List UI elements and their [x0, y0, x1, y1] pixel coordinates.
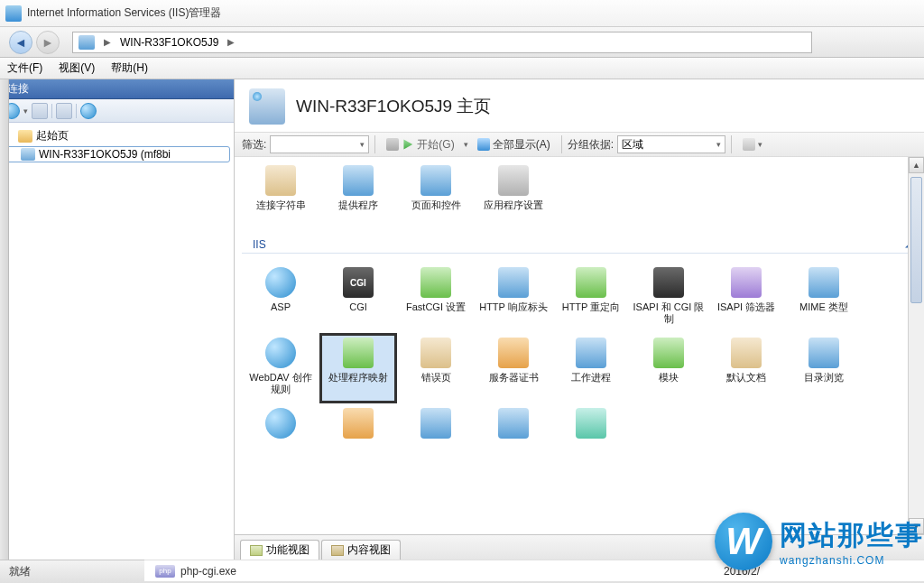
feature-webdav-authoring[interactable]: WebDAV 创作规则	[242, 333, 319, 403]
view-mode-button[interactable]: ▾	[737, 138, 768, 151]
feature-label: 模块	[657, 372, 680, 384]
asp-icon	[265, 267, 296, 298]
connections-panel: 连接 ▾ 起始页WIN-R33F1OKO5J9 (mf8bi	[0, 79, 235, 560]
feature-providers[interactable]: 提供程序	[319, 161, 397, 231]
save-icon[interactable]	[32, 103, 48, 119]
feature-asp[interactable]: ASP	[242, 263, 319, 333]
feature-label: 连接字符串	[254, 199, 308, 211]
pages-controls-icon	[420, 165, 451, 196]
menu-view[interactable]: 视图(V)	[59, 60, 95, 76]
menu-file[interactable]: 文件(F)	[7, 60, 42, 76]
content-view-icon	[331, 545, 344, 556]
nav-forward-button[interactable]: ►	[36, 31, 60, 54]
tab-content-view[interactable]: 内容视图	[321, 540, 401, 560]
nav-back-button[interactable]: ◄	[9, 31, 32, 54]
feature-label: ISAPI 筛选器	[716, 301, 777, 313]
group-by-label: 分组依据:	[568, 137, 614, 153]
feature-label: 错误页	[420, 372, 453, 384]
feature-label: 处理程序映射	[327, 372, 390, 384]
view-icon	[743, 138, 755, 151]
tree-item-server[interactable]: WIN-R33F1OKO5J9 (mf8bi	[4, 146, 230, 162]
up-level-icon[interactable]	[56, 103, 72, 119]
breadcrumb[interactable]: ▶ WIN-R33F1OKO5J9 ▶	[72, 32, 812, 53]
features-view-icon	[250, 545, 263, 556]
feature-label: CGI	[347, 301, 369, 313]
feature-label: 默认文档	[725, 372, 768, 384]
show-all-button[interactable]: 全部显示(A)	[472, 137, 556, 153]
feature-default-document[interactable]: 默认文档	[707, 333, 785, 403]
feature-app-settings[interactable]: 应用程序设置	[475, 161, 552, 231]
feature-directory-browsing[interactable]: 目录浏览	[785, 333, 863, 403]
providers-icon	[343, 165, 374, 196]
cgi-icon: CGI	[343, 267, 374, 298]
menu-bar: 文件(F) 视图(V) 帮助(H)	[0, 58, 924, 79]
feature-handler-mappings[interactable]: 处理程序映射	[319, 333, 397, 403]
tree-item-home[interactable]: 起始页	[0, 126, 234, 145]
feature-mime-types[interactable]: MIME 类型	[785, 263, 863, 333]
feature-extra-3-icon	[420, 408, 451, 439]
feature-label: ASP	[269, 301, 292, 313]
feature-feature-extra-5[interactable]	[552, 403, 630, 447]
feature-feature-extra-1[interactable]	[242, 403, 319, 447]
feature-modules[interactable]: 模块	[630, 333, 707, 403]
breadcrumb-server[interactable]: WIN-R33F1OKO5J9	[116, 36, 222, 49]
background-file-row: php php-cgi.exe 2016/2/	[144, 560, 924, 581]
app-settings-icon	[498, 165, 529, 196]
breadcrumb-root-icon	[79, 35, 95, 50]
scroll-up-arrow[interactable]: ▲	[909, 157, 924, 173]
feature-feature-extra-3[interactable]	[397, 403, 475, 447]
group-header-iis[interactable]: IIS ◢	[242, 233, 917, 254]
feature-extra-1-icon	[265, 408, 296, 439]
iis-app-icon	[5, 5, 22, 22]
feature-label: 应用程序设置	[482, 199, 545, 211]
feature-feature-extra-4[interactable]	[475, 403, 552, 447]
modules-icon	[653, 338, 684, 368]
filter-bar: 筛选: ▾ 开始(G) ▾ 全部显示(A) 分组依据: 区域▾ ▾	[235, 132, 924, 157]
feature-http-redirect[interactable]: HTTP 重定向	[552, 263, 630, 333]
content-area: WIN-R33F1OKO5J9 主页 筛选: ▾ 开始(G) ▾ 全部显示(A)…	[235, 79, 924, 560]
group-by-select[interactable]: 区域▾	[617, 135, 725, 153]
filter-go-button[interactable]: 开始(G)	[381, 137, 459, 153]
home-icon	[18, 130, 32, 143]
feature-extra-5-icon	[576, 408, 606, 439]
tree-item-label: WIN-R33F1OKO5J9 (mf8bi	[39, 148, 171, 161]
server-certificates-icon	[498, 338, 529, 368]
error-pages-icon	[420, 338, 451, 368]
feature-isapi-filters[interactable]: ISAPI 筛选器	[707, 263, 785, 333]
feature-pages-controls[interactable]: 页面和控件	[397, 161, 475, 231]
window-title: Internet Information Services (IIS)管理器	[27, 5, 221, 21]
feature-label: 工作进程	[569, 372, 613, 384]
breadcrumb-separator: ▶	[222, 37, 240, 47]
feature-feature-extra-2[interactable]	[319, 403, 397, 447]
refresh-icon[interactable]	[80, 103, 97, 119]
tab-features-view[interactable]: 功能视图	[240, 540, 319, 560]
scroll-down-arrow[interactable]: ▼	[909, 518, 924, 534]
feature-cgi[interactable]: CGICGI	[319, 263, 397, 333]
php-file-icon: php	[155, 565, 175, 578]
server-icon	[21, 148, 35, 161]
nav-bar: ◄ ► ▶ WIN-R33F1OKO5J9 ▶	[0, 27, 924, 58]
menu-help[interactable]: 帮助(H)	[111, 60, 148, 76]
feature-error-pages[interactable]: 错误页	[397, 333, 475, 403]
server-home-icon	[249, 88, 285, 125]
feature-worker-processes[interactable]: 工作进程	[552, 333, 630, 403]
filter-input[interactable]: ▾	[270, 135, 369, 153]
status-text: 就绪	[9, 564, 31, 579]
view-

Tabs-bar: 功能视图 内容视图	[235, 534, 924, 560]
funnel-icon	[386, 138, 399, 151]
scroll-thumb[interactable]	[910, 177, 922, 303]
feature-isapi-cgi-restrictions[interactable]: ISAPI 和 CGI 限制	[630, 263, 707, 333]
background-file-name: php-cgi.exe	[180, 565, 236, 578]
feature-label: HTTP 重定向	[560, 301, 623, 313]
feature-label: ISAPI 和 CGI 限制	[631, 301, 707, 325]
feature-fastcgi[interactable]: FastCGI 设置	[397, 263, 475, 333]
feature-http-response-headers[interactable]: HTTP 响应标头	[475, 263, 552, 333]
http-redirect-icon	[576, 267, 606, 298]
feature-connection-strings[interactable]: 连接字符串	[242, 161, 319, 231]
vertical-scrollbar[interactable]: ▲ ▼	[908, 157, 924, 534]
fastcgi-icon	[420, 267, 451, 298]
show-all-icon	[477, 138, 490, 151]
feature-server-certificates[interactable]: 服务器证书	[475, 333, 552, 403]
isapi-filters-icon	[731, 267, 762, 298]
feature-label: MIME 类型	[798, 301, 850, 313]
